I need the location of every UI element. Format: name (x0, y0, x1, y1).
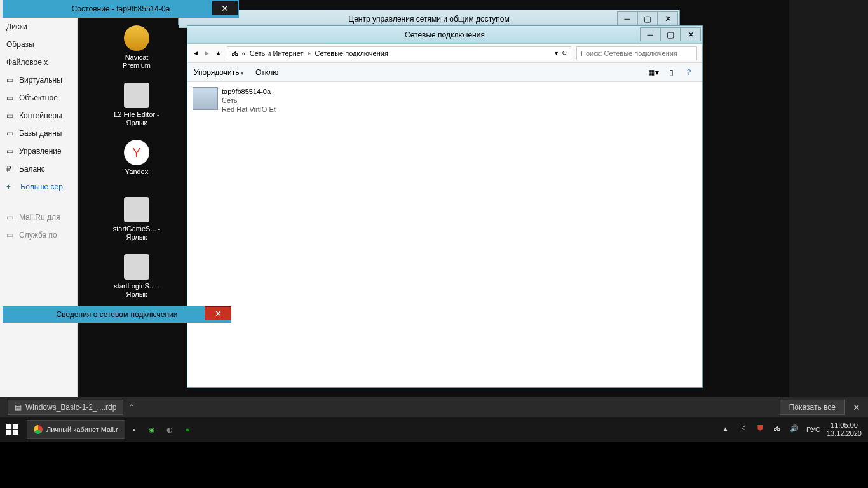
yandex-icon: Y (124, 140, 149, 165)
minimize-button[interactable]: ─ (640, 27, 660, 41)
close-button[interactable]: ✕ (681, 27, 701, 41)
system-tray: ▴ ⚐ ⛊ 🖧 🔊 РУС 11:05:00 13.12.2020 (724, 421, 868, 438)
utorrent-icon: ◉ (149, 426, 155, 434)
desktop-icon-l2editor[interactable]: L2 File Editor - Ярлык (111, 83, 162, 127)
desktop-icon-yandex[interactable]: Y Yandex (111, 140, 162, 176)
sidebar-item-virtual[interactable]: ▭Виртуальны (0, 71, 77, 89)
chart-icon: ▭ (6, 147, 15, 156)
chevron-right-icon: ▸ (308, 49, 311, 57)
desktop-icon-navicat[interactable]: Navicat Premium (111, 25, 162, 70)
network-icon: ▭ (6, 76, 15, 85)
app-icon: ▪ (133, 426, 135, 433)
container-icon: ▭ (6, 111, 15, 120)
network-center-window: Центр управления сетями и общим доступом… (178, 10, 680, 25)
close-button[interactable]: ✕ (205, 306, 231, 320)
svg-rect-1 (13, 424, 18, 429)
preview-pane-button[interactable]: ▯ (664, 66, 678, 79)
shortcut-icon (124, 197, 149, 222)
help-button[interactable]: ? (682, 66, 696, 79)
taskbar-pinned-3[interactable]: ◐ (161, 417, 179, 442)
svg-rect-0 (6, 424, 11, 429)
show-all-downloads-button[interactable]: Показать все (780, 400, 845, 415)
tray-overflow-button[interactable]: ▴ (724, 424, 734, 435)
sidebar-item-databases[interactable]: ▭Базы данны (0, 125, 77, 142)
breadcrumb-part[interactable]: Сеть и Интернет (250, 50, 304, 57)
shortcut-icon (124, 254, 149, 280)
window-title: Сведения о сетевом подключении (57, 310, 178, 319)
network-connections-window: Сетевые подключения ─ ▢ ✕ ◄ ► ▲ 🖧 « Сеть… (187, 25, 703, 388)
host-sidebar: Резервное Диски Образы Файловое х ▭Вирту… (0, 0, 78, 397)
app-icon: ● (185, 426, 189, 433)
window-title: Сетевые подключения (405, 30, 485, 39)
taskbar-pinned-1[interactable]: ▪ (125, 417, 143, 442)
steam-icon: ◐ (166, 426, 173, 434)
sidebar-item-support[interactable]: ▭Служба по (0, 226, 77, 244)
adapter-device: Red Hat VirtIO Et (222, 105, 276, 114)
desktop-icon-startlogin[interactable]: startLoginS... - Ярлык (111, 254, 162, 299)
storage-icon: ▭ (6, 93, 15, 102)
start-button[interactable] (0, 417, 24, 442)
clock[interactable]: 11:05:00 13.12.2020 (827, 421, 862, 438)
breadcrumb-dropdown[interactable]: ▾ (555, 50, 558, 57)
sidebar-item-more[interactable]: + Больше сер (0, 178, 77, 196)
nav-back-button[interactable]: ◄ (193, 50, 199, 57)
taskbar-pinned-4[interactable]: ● (179, 417, 196, 442)
view-options-button[interactable]: ▦▾ (646, 66, 660, 79)
nic-icon (193, 87, 218, 110)
sidebar-item-containers[interactable]: ▭Контейнеры (0, 107, 77, 125)
details-titlebar[interactable]: Сведения о сетевом подключении ✕ (3, 306, 231, 323)
letterbox-bottom (0, 442, 868, 488)
desktop-icon-startgame[interactable]: startGameS... - Ярлык (111, 197, 162, 241)
download-shelf: ▤ Windows_Basic-1-2_....rdp ⌃ Показать в… (0, 397, 868, 417)
taskbar-pinned-2[interactable]: ◉ (143, 417, 161, 442)
refresh-button[interactable]: ↻ (562, 50, 567, 57)
volume-icon[interactable]: 🔊 (790, 424, 800, 435)
adapter-name: tap9fb85514-0a (222, 87, 276, 96)
minimize-button[interactable]: ─ (617, 11, 637, 25)
plus-icon: + (6, 182, 11, 191)
close-shelf-button[interactable]: ✕ (853, 402, 860, 412)
chrome-icon (34, 425, 43, 434)
date: 13.12.2020 (827, 430, 862, 438)
flag-icon[interactable]: ⚐ (740, 424, 750, 435)
maximize-button[interactable]: ▢ (637, 11, 658, 25)
security-icon[interactable]: ⛊ (757, 424, 767, 435)
windows-icon (6, 424, 18, 435)
close-button[interactable]: ✕ (212, 1, 238, 15)
sidebar-item-mailru[interactable]: ▭Mail.Ru для (0, 208, 77, 226)
sidebar-item-balance[interactable]: ₽Баланс (0, 160, 77, 178)
navicat-icon (124, 25, 149, 51)
address-toolbar: ◄ ► ▲ 🖧 « Сеть и Интернет ▸ Сетевые подк… (187, 44, 702, 63)
connections-list: tap9fb85514-0a Сеть Red Hat VirtIO Et (187, 82, 702, 387)
sidebar-item-disks[interactable]: Диски (0, 18, 77, 36)
language-indicator[interactable]: РУС (806, 426, 820, 433)
breadcrumb-part[interactable]: Сетевые подключения (315, 50, 388, 57)
organize-menu[interactable]: Упорядочить (194, 68, 244, 77)
window-title: Состояние - tap9fb85514-0a (72, 4, 170, 13)
disable-device-button[interactable]: Отклю (255, 68, 278, 77)
breadcrumb[interactable]: 🖧 « Сеть и Интернет ▸ Сетевые подключени… (227, 46, 571, 60)
sidebar-item-object[interactable]: ▭Объектное (0, 89, 77, 107)
search-input[interactable] (576, 46, 697, 60)
editor-icon (124, 83, 149, 108)
sidebar-item-management[interactable]: ▭Управление (0, 142, 77, 160)
adapter-status: Сеть (222, 96, 276, 105)
close-button[interactable]: ✕ (658, 11, 678, 25)
network-adapter-item[interactable]: tap9fb85514-0a Сеть Red Hat VirtIO Et (187, 82, 289, 387)
ruble-icon: ₽ (6, 165, 15, 173)
sidebar-item-images[interactable]: Образы (0, 36, 77, 53)
status-titlebar[interactable]: Состояние - tap9fb85514-0a ✕ (3, 0, 239, 18)
download-caret[interactable]: ⌃ (128, 403, 135, 412)
download-filename: Windows_Basic-1-2_....rdp (25, 403, 116, 412)
maximize-button[interactable]: ▢ (660, 27, 681, 41)
taskbar-chrome-item[interactable]: Личный кабинет Mail.r (27, 420, 125, 439)
file-icon: ▤ (15, 403, 22, 412)
nav-forward-button[interactable]: ► (204, 50, 210, 57)
svg-rect-3 (13, 430, 18, 435)
nav-up-button[interactable]: ▲ (215, 50, 222, 57)
taskbar: Личный кабинет Mail.r ▪ ◉ ◐ ● ▴ ⚐ ⛊ 🖧 🔊 … (0, 417, 868, 442)
sidebar-item-filestorage[interactable]: Файловое х (0, 53, 77, 71)
download-item[interactable]: ▤ Windows_Basic-1-2_....rdp (8, 400, 123, 415)
network-tray-icon[interactable]: 🖧 (773, 424, 783, 435)
network-connections-titlebar[interactable]: Сетевые подключения ─ ▢ ✕ (187, 26, 702, 44)
